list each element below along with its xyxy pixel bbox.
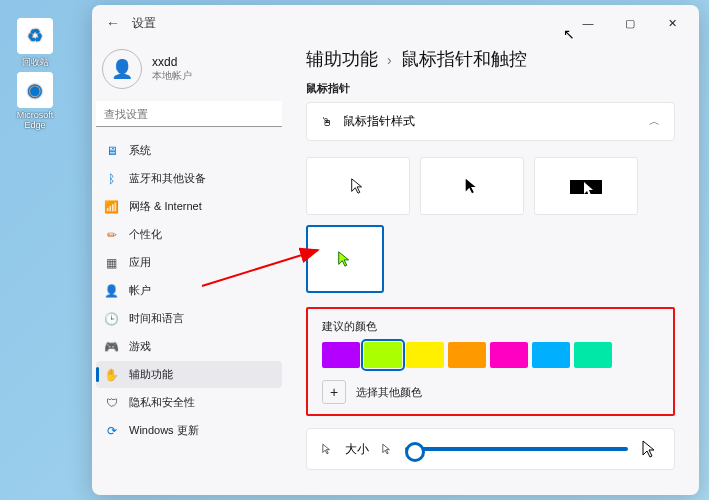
nav-icon: ᛒ	[104, 172, 119, 186]
crumb-parent[interactable]: 辅助功能	[306, 49, 378, 69]
size-label: 大小	[345, 441, 369, 458]
desktop-icon-label: 回收站	[10, 56, 60, 69]
desktop-icon-label: Microsoft Edge	[10, 110, 60, 130]
edge-icon: ◉	[17, 72, 53, 108]
color-swatches	[322, 342, 659, 368]
nav-label: Windows 更新	[129, 423, 199, 438]
nav-label: 帐户	[129, 283, 151, 298]
nav-icon: ▦	[104, 256, 119, 270]
size-row: 大小	[306, 428, 675, 470]
nav-label: 辅助功能	[129, 367, 173, 382]
nav-label: 应用	[129, 255, 151, 270]
window-title: 设置	[132, 15, 156, 32]
cursor-large-icon	[640, 439, 660, 459]
crumb-current: 鼠标指针和触控	[401, 49, 527, 69]
nav-icon: 🎮	[104, 340, 119, 354]
nav-label: 时间和语言	[129, 311, 184, 326]
nav-item[interactable]: ⟳Windows 更新	[96, 417, 282, 444]
color-swatch[interactable]	[574, 342, 612, 368]
nav-icon: ⟳	[104, 424, 119, 438]
other-color-label: 选择其他颜色	[356, 385, 422, 400]
colors-label: 建议的颜色	[322, 319, 659, 334]
nav-label: 隐私和安全性	[129, 395, 195, 410]
chevron-right-icon: ›	[387, 52, 392, 68]
nav-label: 网络 & Internet	[129, 199, 202, 214]
color-swatch[interactable]	[490, 342, 528, 368]
recommended-colors-box: 建议的颜色 + 选择其他颜色	[306, 307, 675, 416]
plus-icon: +	[322, 380, 346, 404]
nav-label: 系统	[129, 143, 151, 158]
titlebar: ← 设置 — ▢ ✕	[92, 5, 699, 41]
sidebar: 👤 xxdd 本地帐户 🖥系统ᛒ蓝牙和其他设备📶网络 & Internet✏个性…	[92, 41, 290, 495]
desktop-icon-recycle[interactable]: ♻ 回收站	[10, 18, 60, 69]
user-name: xxdd	[152, 55, 192, 69]
nav-icon: 📶	[104, 200, 119, 214]
nav-list: 🖥系统ᛒ蓝牙和其他设备📶网络 & Internet✏个性化▦应用👤帐户🕒时间和语…	[96, 137, 282, 444]
nav-item[interactable]: 🖥系统	[96, 137, 282, 164]
user-sub: 本地帐户	[152, 69, 192, 83]
avatar-icon: 👤	[102, 49, 142, 89]
section-label-pointer: 鼠标指针	[306, 81, 675, 96]
maximize-button[interactable]: ▢	[609, 9, 651, 37]
cursor-icon: 🖱	[321, 115, 333, 129]
pointer-style-custom[interactable]	[306, 225, 384, 293]
desktop-icon-edge[interactable]: ◉ Microsoft Edge	[10, 72, 60, 130]
search-input[interactable]	[96, 101, 282, 127]
back-button[interactable]: ←	[102, 15, 124, 31]
nav-item[interactable]: ✏个性化	[96, 221, 282, 248]
nav-item[interactable]: ᛒ蓝牙和其他设备	[96, 165, 282, 192]
color-swatch[interactable]	[406, 342, 444, 368]
nav-icon: 🛡	[104, 396, 119, 410]
cursor-small-icon	[381, 443, 393, 455]
nav-label: 蓝牙和其他设备	[129, 171, 206, 186]
pointer-styles-grid	[306, 151, 675, 303]
color-swatch[interactable]	[532, 342, 570, 368]
color-swatch[interactable]	[322, 342, 360, 368]
color-swatch[interactable]	[364, 342, 402, 368]
nav-icon: 🕒	[104, 312, 119, 326]
settings-window: ← 设置 — ▢ ✕ 👤 xxdd 本地帐户 🖥系统ᛒ蓝牙和其他设备📶网络 & …	[92, 5, 699, 495]
recycle-icon: ♻	[17, 18, 53, 54]
nav-icon: ✏	[104, 228, 119, 242]
pointer-style-inverted[interactable]	[534, 157, 638, 215]
nav-icon: ✋	[104, 368, 119, 382]
nav-icon: 🖥	[104, 144, 119, 158]
size-slider[interactable]	[405, 447, 628, 451]
minimize-button[interactable]: —	[567, 9, 609, 37]
accordion-label: 鼠标指针样式	[343, 113, 415, 130]
pointer-style-accordion[interactable]: 🖱 鼠标指针样式 ︿	[306, 102, 675, 141]
cursor-small-icon	[321, 443, 333, 455]
nav-item[interactable]: 🎮游戏	[96, 333, 282, 360]
user-block[interactable]: 👤 xxdd 本地帐户	[96, 45, 282, 99]
close-button[interactable]: ✕	[651, 9, 693, 37]
nav-label: 个性化	[129, 227, 162, 242]
pointer-style-white[interactable]	[306, 157, 410, 215]
choose-other-color[interactable]: + 选择其他颜色	[322, 380, 659, 404]
nav-icon: 👤	[104, 284, 119, 298]
breadcrumb: 辅助功能 › 鼠标指针和触控	[306, 47, 675, 71]
chevron-up-icon: ︿	[649, 114, 660, 129]
nav-item[interactable]: 📶网络 & Internet	[96, 193, 282, 220]
nav-item[interactable]: ▦应用	[96, 249, 282, 276]
nav-label: 游戏	[129, 339, 151, 354]
main-content: 辅助功能 › 鼠标指针和触控 鼠标指针 🖱 鼠标指针样式 ︿	[290, 41, 699, 495]
nav-item[interactable]: 👤帐户	[96, 277, 282, 304]
pointer-style-black[interactable]	[420, 157, 524, 215]
nav-item[interactable]: ✋辅助功能	[96, 361, 282, 388]
nav-item[interactable]: 🕒时间和语言	[96, 305, 282, 332]
color-swatch[interactable]	[448, 342, 486, 368]
nav-item[interactable]: 🛡隐私和安全性	[96, 389, 282, 416]
